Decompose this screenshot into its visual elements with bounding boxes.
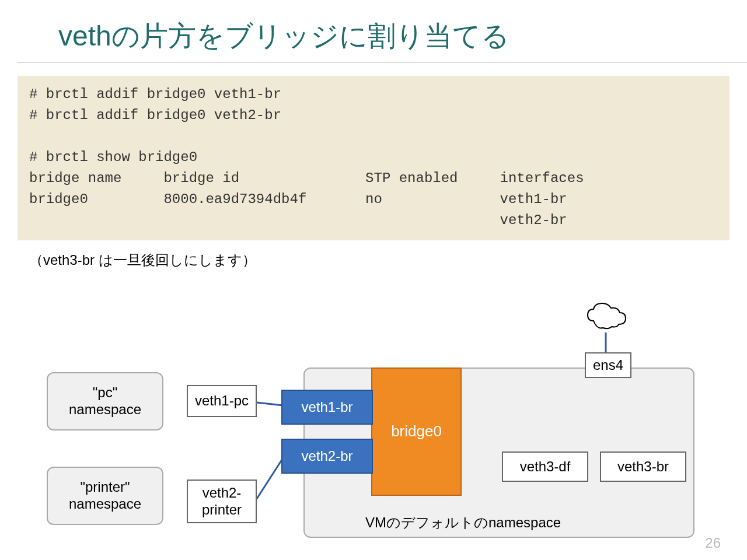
svg-line-0	[257, 402, 283, 405]
printer-namespace-box: "printer" namespace	[47, 467, 163, 525]
slide-title: vethの片方をブリッジに割り当てる	[0, 0, 747, 62]
bridge0-box: bridge0	[371, 368, 462, 496]
pc-namespace-box: "pc" namespace	[47, 372, 163, 430]
veth3-df-box: veth3-df	[502, 452, 588, 482]
cloud-icon	[588, 303, 626, 328]
veth1-br-box: veth1-br	[281, 390, 373, 425]
veth1-pc-box: veth1-pc	[187, 385, 257, 417]
code-block: # brctl addif bridge0 veth1-br # brctl a…	[18, 76, 729, 240]
veth2-br-box: veth2-br	[281, 439, 373, 474]
veth2-printer-box: veth2- printer	[187, 480, 257, 523]
veth3-br-box: veth3-br	[600, 452, 686, 482]
network-diagram: "pc" namespace "printer" namespace veth1…	[0, 303, 747, 554]
vm-namespace-label: VMのデフォルトのnamespace	[365, 513, 561, 532]
note-text: （veth3-br は一旦後回しにします）	[29, 251, 747, 270]
ens4-box: ens4	[585, 352, 631, 378]
svg-line-1	[257, 458, 283, 499]
page-number: 26	[705, 535, 721, 551]
divider	[18, 62, 747, 63]
